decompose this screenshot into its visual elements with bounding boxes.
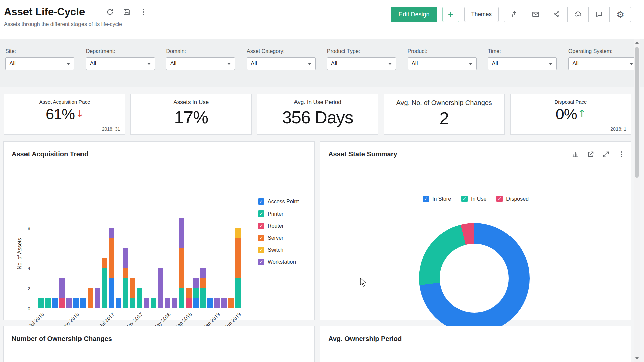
bar-8[interactable]	[95, 288, 100, 308]
bar-segment-workstation	[59, 278, 65, 298]
vertical-scrollbar[interactable]	[634, 39, 640, 362]
comments-button[interactable]	[588, 7, 610, 22]
scrollbar-thumb[interactable]	[635, 47, 639, 178]
bar-12[interactable]	[123, 248, 128, 308]
share-button[interactable]	[546, 7, 568, 22]
bar-segment-workstation	[193, 278, 199, 288]
legend-item-in-use[interactable]: ✓In Use	[461, 196, 486, 202]
bar-9[interactable]	[102, 258, 107, 308]
bar-segment-server	[130, 278, 135, 298]
bar-0[interactable]	[38, 298, 44, 308]
kpi-row: Asset Acquisition Pace61%↓2018: 31Assets…	[4, 94, 631, 135]
bar-1[interactable]	[45, 298, 51, 308]
legend-item-server[interactable]: ✓Server	[258, 235, 299, 241]
bar-22[interactable]	[193, 278, 199, 308]
y-tick-label: 4	[19, 265, 30, 271]
bar-25[interactable]	[214, 298, 220, 308]
publish-button[interactable]	[567, 7, 589, 22]
legend-item-switch[interactable]: ✓Switch	[258, 247, 299, 253]
bar-17[interactable]	[158, 268, 163, 308]
filter-select-domain[interactable]: All	[166, 57, 235, 70]
themes-button[interactable]: Themes	[464, 7, 499, 22]
bar-5[interactable]	[73, 298, 79, 308]
checkbox-checked-icon: ✓	[258, 235, 264, 241]
legend-item-workstation[interactable]: ✓Workstation	[258, 259, 299, 265]
email-button[interactable]	[525, 7, 546, 22]
bar-18[interactable]	[165, 298, 170, 308]
filter-select-site[interactable]: All	[5, 57, 74, 70]
bar-16[interactable]	[151, 298, 156, 308]
bar-23[interactable]	[200, 268, 206, 308]
kpi-footnote: 2018: 1	[610, 126, 626, 132]
bar-20[interactable]	[179, 218, 184, 308]
bar-4[interactable]	[66, 298, 72, 308]
bar-segment-printer	[200, 288, 206, 308]
panel-asset-acquisition-trend: Asset Acquisition Trend No. of Assets Ju…	[3, 141, 315, 320]
filter-product: Product:All	[408, 48, 477, 87]
filter-select-department[interactable]: All	[86, 57, 155, 70]
chart-type-button[interactable]	[571, 150, 579, 158]
panel-header: Number of Ownership Changes	[4, 326, 314, 351]
bar-11[interactable]	[116, 298, 121, 308]
legend-label: Printer	[268, 211, 283, 217]
bar-segment-printer	[45, 298, 51, 308]
filter-select-product[interactable]: All	[408, 57, 477, 70]
kpi-title: Avg. No. of Ownership Changes	[384, 99, 504, 107]
bar-19[interactable]	[172, 298, 177, 308]
panel-avg-ownership-period: Avg. Ownership Period	[320, 326, 631, 362]
bar-26[interactable]	[221, 298, 227, 308]
legend-item-printer[interactable]: ✓Printer	[258, 210, 299, 217]
panel-more-options-button[interactable]	[618, 150, 626, 158]
expand-button[interactable]	[602, 150, 610, 158]
scroll-down-arrow-icon[interactable]	[635, 357, 639, 360]
legend-item-router[interactable]: ✓Router	[258, 223, 299, 229]
scroll-up-arrow-icon[interactable]	[635, 41, 639, 44]
add-button[interactable]: +	[442, 7, 459, 22]
refresh-button[interactable]	[106, 8, 114, 16]
kpi-value: 356 Days	[257, 107, 378, 127]
header-title-block: Asset Life-Cycle Assets through the diff…	[4, 6, 148, 27]
bar-15[interactable]	[144, 298, 149, 308]
save-button[interactable]	[122, 8, 131, 16]
bar-14[interactable]	[137, 288, 142, 308]
edit-design-button[interactable]: Edit Design	[391, 7, 437, 22]
export-button[interactable]	[504, 7, 525, 22]
bar-28[interactable]	[235, 228, 241, 308]
filter-site: Site:All	[5, 48, 74, 87]
legend-item-access-point[interactable]: ✓Access Point	[258, 198, 299, 205]
panel-tools	[571, 142, 626, 166]
checkbox-checked-icon: ✓	[258, 223, 264, 229]
bar-6[interactable]	[80, 298, 86, 308]
legend-label: Switch	[268, 247, 283, 253]
filter-value: All	[492, 60, 498, 67]
bar-segment-server	[200, 278, 206, 288]
open-in-new-button[interactable]	[587, 150, 595, 158]
legend-label: Workstation	[268, 259, 296, 265]
filter-select-time[interactable]: All	[488, 57, 557, 70]
chevron-down-icon	[549, 63, 553, 65]
panel-asset-state-summary: Asset State Summary ✓In Store✓In Use✓Dis…	[320, 141, 631, 320]
kpi-disposal-pace: Disposal Pace0%↑2018: 1	[510, 94, 631, 135]
filter-select-asset-category[interactable]: All	[247, 57, 316, 70]
filter-select-product-type[interactable]: All	[327, 57, 396, 70]
bar-2[interactable]	[52, 298, 58, 308]
bar-13[interactable]	[130, 278, 135, 308]
bar-21[interactable]	[186, 288, 192, 308]
filter-select-operating-system[interactable]: All	[568, 57, 637, 70]
legend-label: Disposed	[506, 196, 529, 202]
legend-item-disposed[interactable]: ✓Disposed	[496, 196, 529, 202]
checkbox-checked-icon: ✓	[496, 196, 503, 202]
bar-27[interactable]	[228, 298, 234, 308]
settings-button[interactable]: ⚙	[609, 7, 631, 22]
bar-3[interactable]	[59, 278, 65, 308]
kpi-value: 2	[384, 108, 504, 128]
bar-24[interactable]	[207, 298, 213, 308]
legend-label: Router	[268, 223, 284, 229]
panel-number-of-ownership-changes: Number of Ownership Changes	[3, 326, 315, 362]
donut-chart[interactable]	[419, 223, 530, 334]
bar-10[interactable]	[109, 228, 114, 308]
bar-7[interactable]	[88, 288, 93, 308]
more-options-button[interactable]	[139, 8, 148, 16]
legend-item-in-store[interactable]: ✓In Store	[423, 196, 451, 202]
expand-icon	[602, 150, 610, 158]
